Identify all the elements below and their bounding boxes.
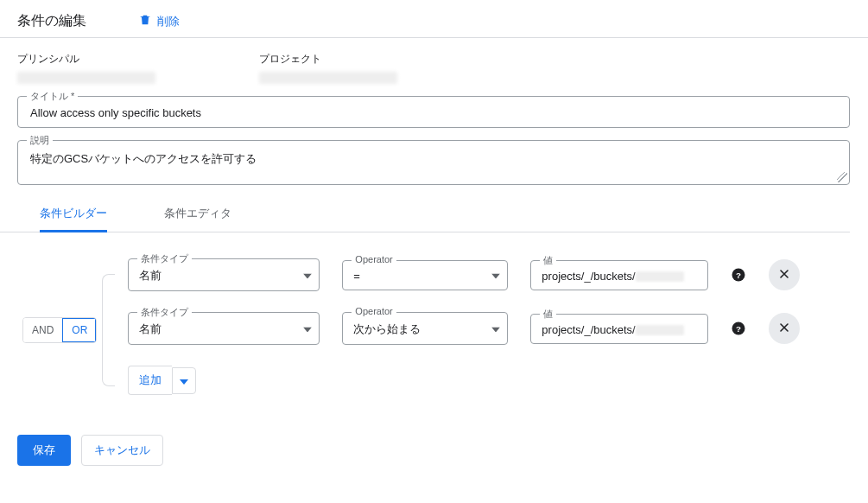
description-field[interactable]: 説明 [17, 140, 850, 185]
help-icon[interactable]: ? [731, 267, 746, 283]
value-input[interactable]: 値 projects/_/buckets/ [530, 314, 708, 344]
bracket-connector [102, 258, 128, 395]
value-label: 値 [540, 308, 556, 321]
caret-down-icon [303, 269, 312, 282]
value-label: 値 [540, 254, 556, 267]
caret-down-icon [491, 269, 500, 282]
title-input[interactable] [29, 105, 839, 120]
svg-text:?: ? [736, 271, 741, 280]
logic-toggle: AND OR [22, 317, 97, 343]
page-title: 条件の編集 [17, 12, 86, 30]
operator-label: Operator [352, 254, 396, 264]
value-text: projects/_/buckets/ [542, 270, 699, 283]
logic-or[interactable]: OR [62, 318, 96, 342]
add-condition-dropdown[interactable] [172, 367, 196, 394]
condition-type-label: 条件タイプ [137, 306, 192, 319]
close-icon [777, 321, 791, 337]
logic-and[interactable]: AND [23, 318, 62, 342]
operator-select[interactable]: Operator = [342, 260, 508, 290]
operator-value: = [353, 270, 481, 283]
save-button[interactable]: 保存 [17, 435, 71, 466]
description-input[interactable] [29, 150, 839, 175]
title-field[interactable]: タイトル * [17, 96, 850, 128]
description-label: 説明 [27, 134, 53, 147]
operator-label: Operator [352, 306, 396, 316]
trash-icon [138, 13, 152, 29]
resize-handle-icon[interactable] [837, 172, 847, 182]
value-text: projects/_/buckets/ [542, 323, 699, 336]
title-label: タイトル * [27, 90, 78, 103]
tab-editor[interactable]: 条件エディタ [164, 206, 231, 232]
remove-condition-button[interactable] [769, 259, 800, 290]
project-value-redacted [259, 72, 397, 84]
condition-type-select[interactable]: 条件タイプ 名前 [128, 258, 320, 291]
condition-row: 条件タイプ 名前 Operator 次から始まる 値 projects/_/bu… [128, 312, 800, 345]
project-label: プロジェクト [259, 52, 397, 67]
help-icon[interactable]: ? [731, 321, 746, 336]
caret-down-icon [303, 322, 312, 335]
caret-down-icon [180, 374, 188, 387]
caret-down-icon [491, 322, 500, 335]
tab-builder[interactable]: 条件ビルダー [40, 206, 107, 232]
condition-type-value: 名前 [139, 268, 293, 283]
value-input[interactable]: 値 projects/_/buckets/ [530, 260, 708, 290]
delete-button[interactable]: 削除 [138, 13, 180, 29]
principal-label: プリンシパル [17, 52, 155, 67]
condition-type-label: 条件タイプ [137, 252, 192, 265]
cancel-button[interactable]: キャンセル [81, 435, 163, 466]
principal-value-redacted [17, 72, 155, 84]
condition-type-select[interactable]: 条件タイプ 名前 [128, 312, 320, 345]
delete-label: 削除 [157, 14, 180, 29]
condition-type-value: 名前 [139, 322, 293, 337]
add-condition-button[interactable]: 追加 [128, 366, 172, 395]
svg-text:?: ? [736, 324, 741, 334]
operator-value: 次から始まる [353, 322, 481, 337]
remove-condition-button[interactable] [769, 313, 800, 344]
close-icon [777, 267, 791, 283]
operator-select[interactable]: Operator 次から始まる [342, 312, 508, 345]
condition-row: 条件タイプ 名前 Operator = 値 projects/_/buckets… [128, 258, 800, 291]
